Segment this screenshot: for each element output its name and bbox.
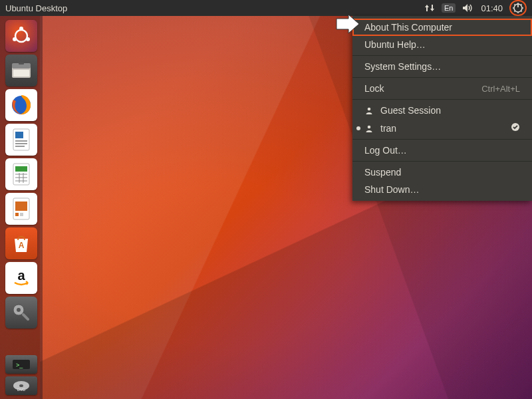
svg-text:>_: >_ [16, 362, 23, 368]
gear-power-icon [513, 3, 523, 13]
svg-text:A: A [19, 241, 25, 250]
system-menu: About This Computer Ubuntu Help… System … [352, 16, 532, 201]
check-icon [511, 122, 520, 134]
ubuntu-logo-icon [11, 26, 31, 46]
menu-label: About This Computer [364, 22, 452, 33]
svg-point-10 [19, 27, 23, 31]
menu-system-settings[interactable]: System Settings… [352, 58, 532, 75]
menu-separator [352, 77, 532, 78]
network-indicator[interactable] [424, 0, 435, 16]
menu-label: Suspend [364, 167, 401, 178]
menu-guest-session[interactable]: Guest Session [352, 102, 532, 119]
menu-label: Guest Session [380, 105, 441, 116]
menu-ubuntu-help[interactable]: Ubuntu Help… [352, 36, 532, 53]
menu-shut-down[interactable]: Shut Down… [352, 181, 532, 198]
menu-suspend[interactable]: Suspend [352, 164, 532, 181]
top-panel: Ubuntu Desktop En 01:40 [0, 0, 532, 16]
svg-rect-24 [15, 166, 27, 172]
svg-rect-19 [15, 132, 23, 138]
svg-line-7 [514, 11, 515, 11]
svg-point-42 [19, 384, 23, 387]
menu-separator [352, 55, 532, 56]
clock-indicator[interactable]: 01:40 [481, 0, 503, 16]
menu-separator [352, 161, 532, 162]
shopping-bag-icon: A [12, 233, 31, 253]
launcher-software[interactable]: A [5, 227, 37, 259]
active-user-dot [356, 126, 360, 130]
launcher-dash[interactable] [5, 20, 37, 52]
impress-icon [10, 196, 33, 221]
language-indicator[interactable]: En [442, 0, 456, 16]
svg-line-6 [521, 11, 521, 11]
menu-label: Ubuntu Help… [364, 39, 426, 50]
disc-icon: DVD [10, 380, 33, 392]
svg-text:DVD: DVD [17, 388, 26, 392]
launcher-terminal[interactable]: >_ [5, 355, 37, 374]
svg-rect-15 [13, 70, 29, 76]
firefox-icon [9, 93, 33, 117]
launcher-disk[interactable]: DVD [5, 376, 37, 395]
gear-wrench-icon [10, 301, 33, 324]
launcher-calc[interactable] [5, 158, 37, 190]
annotation-arrow [335, 15, 360, 33]
svg-rect-31 [15, 201, 27, 211]
volume-indicator[interactable] [462, 0, 474, 16]
svg-point-44 [368, 108, 371, 111]
svg-rect-32 [15, 213, 19, 216]
svg-point-45 [368, 125, 371, 128]
amazon-icon: a [10, 267, 33, 289]
launcher: A a >_ DVD [0, 16, 43, 399]
launcher-impress[interactable] [5, 193, 37, 225]
network-updown-icon [424, 3, 435, 13]
menu-separator [352, 139, 532, 140]
calc-icon [10, 162, 33, 187]
svg-line-8 [521, 4, 521, 5]
launcher-files[interactable] [5, 55, 37, 86]
menu-separator [352, 99, 532, 100]
language-badge: En [442, 3, 456, 13]
launcher-writer[interactable] [5, 124, 37, 156]
menu-label: System Settings… [364, 61, 441, 72]
svg-point-37 [17, 308, 21, 312]
svg-line-5 [514, 4, 515, 5]
svg-point-11 [13, 37, 17, 41]
launcher-amazon[interactable]: a [5, 262, 37, 294]
person-icon [364, 106, 374, 114]
menu-label: tran [380, 123, 396, 134]
menu-log-out[interactable]: Log Out… [352, 142, 532, 159]
menu-label: Log Out… [364, 145, 407, 156]
menu-label: Shut Down… [364, 184, 419, 195]
svg-rect-16 [19, 63, 24, 65]
menu-about-this-computer[interactable]: About This Computer [352, 19, 532, 36]
menu-user-tran[interactable]: tran [352, 119, 532, 137]
svg-rect-38 [21, 313, 30, 321]
svg-point-9 [15, 30, 27, 42]
person-icon [364, 124, 374, 132]
menu-shortcut: Ctrl+Alt+L [481, 84, 520, 94]
launcher-firefox[interactable] [5, 89, 37, 121]
svg-rect-33 [20, 213, 23, 216]
volume-high-icon [462, 3, 474, 13]
panel-title: Ubuntu Desktop [0, 3, 67, 13]
files-icon [10, 61, 33, 80]
terminal-icon: >_ [10, 358, 33, 370]
svg-point-12 [26, 37, 30, 41]
launcher-settings[interactable] [5, 297, 37, 329]
menu-lock[interactable]: Lock Ctrl+Alt+L [352, 80, 532, 97]
writer-icon [10, 127, 33, 152]
menu-label: Lock [364, 83, 384, 94]
svg-text:a: a [17, 268, 25, 283]
system-menu-button[interactable] [509, 0, 527, 16]
